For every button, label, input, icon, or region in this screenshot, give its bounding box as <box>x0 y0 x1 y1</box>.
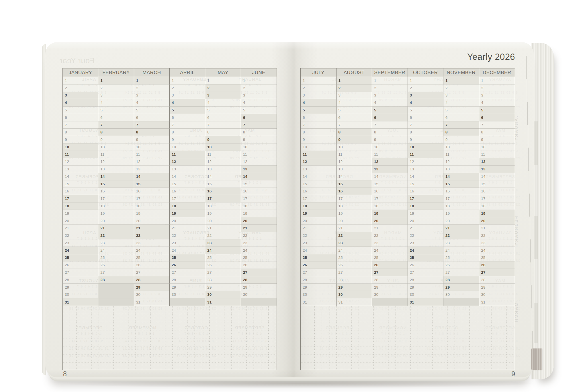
day-cell: 18 <box>336 202 372 210</box>
day-number: 24 <box>172 248 176 253</box>
day-cell: 17 <box>408 195 444 202</box>
day-cell: 18 <box>408 202 444 210</box>
day-number: 17 <box>481 196 486 201</box>
day-cell: 21 <box>336 224 372 232</box>
day-cell: 19 <box>134 210 170 217</box>
day-number: 2 <box>172 86 174 90</box>
day-cell: 2 <box>98 84 134 92</box>
day-cell: 28 <box>372 276 408 284</box>
book-drop-shadow <box>57 379 539 388</box>
day-cell: 28 <box>170 276 205 284</box>
day-number: 11 <box>243 152 247 157</box>
day-number: 24 <box>207 248 212 253</box>
day-number: 12 <box>207 159 212 164</box>
day-number: 20 <box>481 219 486 223</box>
day-number: 29 <box>207 285 212 289</box>
day-cell: 17 <box>241 195 277 202</box>
day-number: 10 <box>172 145 176 149</box>
day-number: 14 <box>303 174 307 179</box>
day-cell <box>241 298 277 306</box>
day-cell: 3 <box>170 92 205 99</box>
day-number: 28 <box>65 278 69 282</box>
day-number: 12 <box>65 159 69 164</box>
day-cell: 23 <box>63 239 98 247</box>
day-cell: 28 <box>301 276 336 284</box>
day-cell: 27 <box>301 269 336 276</box>
day-cell: 13 <box>241 166 277 173</box>
dot-grid-pattern <box>301 306 515 370</box>
day-cell: 4 <box>241 99 277 107</box>
day-number: 16 <box>481 189 486 193</box>
day-cell: 22 <box>479 232 515 239</box>
day-cell: 8 <box>205 129 241 136</box>
day-cell: 6 <box>336 114 372 121</box>
day-number: 30 <box>136 292 140 297</box>
day-cell: 22 <box>134 232 170 239</box>
day-cell: 6 <box>170 114 205 121</box>
day-cell: 27 <box>443 269 479 276</box>
day-number: 23 <box>374 241 378 245</box>
day-cell: 5 <box>98 107 134 114</box>
day-cell: 28 <box>408 276 444 284</box>
day-cell: 23 <box>443 239 479 247</box>
day-number: 13 <box>100 167 105 171</box>
day-number: 24 <box>100 248 105 253</box>
day-cell: 10 <box>205 143 241 151</box>
day-cell: 2 <box>301 84 336 92</box>
day-cell: 10 <box>170 143 205 151</box>
day-cell: 4 <box>205 99 241 107</box>
day-number: 14 <box>172 174 176 179</box>
day-cell: 5 <box>301 107 336 114</box>
day-cell: 10 <box>63 143 98 151</box>
day-number: 6 <box>481 115 484 120</box>
day-cell: 27 <box>63 269 98 276</box>
day-number: 14 <box>410 174 414 179</box>
day-number: 11 <box>172 152 176 157</box>
day-number: 9 <box>136 137 138 142</box>
day-cell: 24 <box>241 247 277 254</box>
day-cell: 28 <box>205 276 241 284</box>
day-cell: 26 <box>63 261 98 269</box>
day-number: 11 <box>410 152 414 157</box>
day-cell: 20 <box>134 217 170 225</box>
day-number: 1 <box>243 78 245 83</box>
day-number: 22 <box>410 233 414 238</box>
day-number: 27 <box>172 270 176 275</box>
day-cell: 16 <box>170 188 205 195</box>
month-header: MAY <box>205 68 241 77</box>
day-number: 14 <box>445 174 450 179</box>
day-cell: 6 <box>443 114 479 121</box>
day-cell: 28 <box>479 276 515 284</box>
calendar-table-jul-dec: JULYAUGUSTSEPTEMBEROCTOBERNOVEMBERDECEMB… <box>300 68 515 370</box>
day-number: 27 <box>207 270 212 275</box>
day-cell: 13 <box>372 166 408 173</box>
day-number: 26 <box>136 263 140 267</box>
day-number: 16 <box>100 189 105 193</box>
day-cell: 23 <box>98 239 134 247</box>
day-cell: 27 <box>98 269 134 276</box>
day-cell: 18 <box>205 202 241 210</box>
day-number: 5 <box>481 108 484 112</box>
day-number: 19 <box>172 211 176 216</box>
day-cell: 20 <box>372 217 408 225</box>
day-cell: 5 <box>241 107 277 114</box>
day-cell: 26 <box>443 261 479 269</box>
day-number: 28 <box>100 278 105 282</box>
day-cell: 10 <box>479 143 515 151</box>
day-cell: 18 <box>372 202 408 210</box>
day-number: 12 <box>445 159 450 164</box>
day-cell: 8 <box>170 129 205 136</box>
day-number: 2 <box>65 86 67 90</box>
day-number: 20 <box>303 219 307 223</box>
day-number: 5 <box>303 108 305 112</box>
day-cell: 21 <box>134 224 170 232</box>
day-number: 10 <box>136 145 140 149</box>
day-cell: 1 <box>98 77 134 84</box>
day-cell: 27 <box>408 269 444 276</box>
day-number: 17 <box>100 196 105 201</box>
day-cell: 26 <box>205 261 241 269</box>
day-cell: 12 <box>443 158 479 166</box>
day-number: 7 <box>445 123 448 127</box>
month-header: AUGUST <box>336 68 372 77</box>
day-cell: 20 <box>170 217 205 225</box>
